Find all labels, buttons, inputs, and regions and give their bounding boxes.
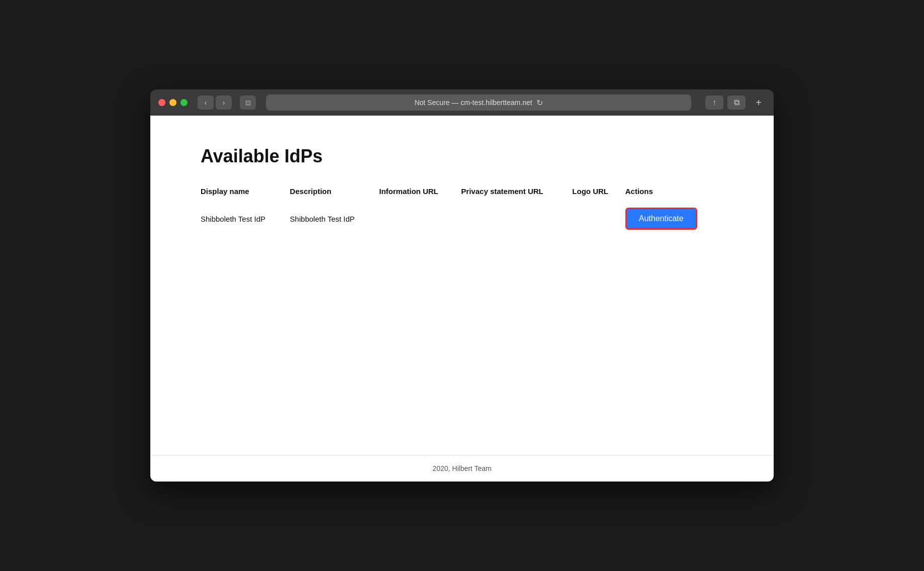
col-privacy-url: Privacy statement URL xyxy=(461,183,572,202)
sidebar-icon: ⊡ xyxy=(245,99,251,107)
browser-window: ‹ › ⊡ Not Secure — cm-test.hilbertteam.n… xyxy=(150,89,774,482)
cell-information-url xyxy=(379,202,461,236)
page-footer: 2020, Hilbert Team xyxy=(150,455,774,482)
browser-titlebar: ‹ › ⊡ Not Secure — cm-test.hilbertteam.n… xyxy=(150,89,774,116)
cell-privacy-url xyxy=(461,202,572,236)
new-tab-button[interactable]: + xyxy=(752,96,766,110)
cell-display-name: Shibboleth Test IdP xyxy=(201,202,290,236)
browser-content: Available IdPs Display name Description … xyxy=(150,116,774,482)
forward-button[interactable]: › xyxy=(216,96,232,110)
reload-icon: ↻ xyxy=(536,98,543,108)
cell-logo-url xyxy=(572,202,625,236)
toolbar-actions: ↑ ⧉ xyxy=(705,96,746,110)
cell-actions: Authenticate xyxy=(625,202,723,236)
tab-overview-icon: ⧉ xyxy=(734,98,740,107)
col-information-url: Information URL xyxy=(379,183,461,202)
col-actions: Actions xyxy=(625,183,723,202)
idp-table: Display name Description Information URL… xyxy=(201,183,723,236)
back-button[interactable]: ‹ xyxy=(198,96,214,110)
table-header-row: Display name Description Information URL… xyxy=(201,183,723,202)
nav-buttons: ‹ › xyxy=(198,96,232,110)
footer-text: 2020, Hilbert Team xyxy=(432,464,491,472)
col-logo-url: Logo URL xyxy=(572,183,625,202)
tab-overview-button[interactable]: ⧉ xyxy=(727,96,746,110)
share-button[interactable]: ↑ xyxy=(705,96,723,110)
sidebar-button[interactable]: ⊡ xyxy=(240,96,256,110)
authenticate-button[interactable]: Authenticate xyxy=(625,208,697,230)
traffic-lights xyxy=(158,99,188,106)
table-row: Shibboleth Test IdP Shibboleth Test IdP … xyxy=(201,202,723,236)
page-main: Available IdPs Display name Description … xyxy=(150,116,774,455)
new-tab-icon: + xyxy=(756,97,762,109)
reload-button[interactable]: ↻ xyxy=(536,98,543,108)
share-icon: ↑ xyxy=(712,98,716,107)
close-button[interactable] xyxy=(158,99,165,106)
col-description: Description xyxy=(290,183,380,202)
address-bar[interactable]: Not Secure — cm-test.hilbertteam.net ↻ xyxy=(266,94,691,111)
col-display-name: Display name xyxy=(201,183,290,202)
page-title: Available IdPs xyxy=(201,146,723,167)
forward-icon: › xyxy=(223,99,225,107)
minimize-button[interactable] xyxy=(169,99,176,106)
url-text: Not Secure — cm-test.hilbertteam.net xyxy=(414,99,532,107)
cell-description: Shibboleth Test IdP xyxy=(290,202,380,236)
back-icon: ‹ xyxy=(205,99,207,107)
fullscreen-button[interactable] xyxy=(180,99,188,106)
